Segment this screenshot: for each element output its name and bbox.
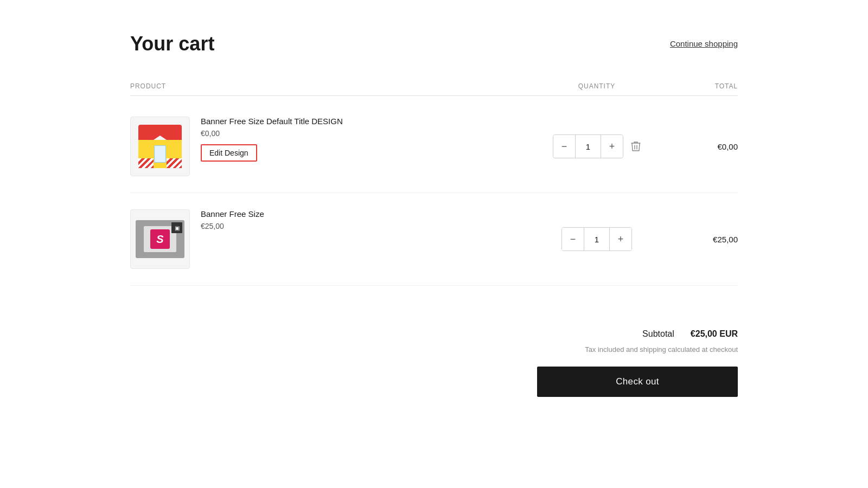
header-quantity: QUANTITY [542,82,651,90]
item-1-product: Banner Free Size Default Title DESIGN €0… [130,117,542,176]
item-2-quantity-cell: − + [542,227,651,251]
item-2-decrease-btn[interactable]: − [562,228,584,251]
store-top [138,125,182,140]
item-1-img-graphic [138,125,182,168]
continue-shopping-link[interactable]: Continue shopping [670,39,738,48]
item-1-name: Banner Free Size Default Title DESIGN [201,117,542,126]
s-letter: S [150,229,170,249]
store-body [138,140,182,168]
item-1-increase-btn[interactable]: + [601,135,623,158]
cart-summary: Subtotal €25,00 EUR Tax included and shi… [130,318,738,397]
subtotal-row: Subtotal €25,00 EUR [642,329,738,339]
tax-note: Tax included and shipping calculated at … [585,345,738,354]
cart-item-1: Banner Free Size Default Title DESIGN €0… [130,100,738,193]
store-awning-right [167,158,182,168]
corner-tab: ▣ [171,222,182,233]
store-door [154,145,166,163]
item-1-delete-btn[interactable] [631,141,641,152]
item-2-increase-btn[interactable]: + [610,228,631,251]
item-2-img-graphic: S ▣ [136,220,184,258]
page-title: Your cart [130,33,214,55]
item-1-details: Banner Free Size Default Title DESIGN €0… [201,117,542,162]
header-total: TOTAL [651,82,738,90]
item-1-decrease-btn[interactable]: − [553,135,575,158]
item-2-total: €25,00 [651,235,738,244]
trash-icon [631,141,641,152]
item-2-image: S ▣ [130,209,190,269]
item-2-name: Banner Free Size [201,209,542,219]
item-2-qty-wrapper: − + [561,227,632,251]
store-awning-left [138,158,154,168]
item-1-price: €0,00 [201,129,542,138]
item-2-product: S ▣ Banner Free Size €25,00 [130,209,542,269]
edit-design-button-1[interactable]: Edit Design [201,144,257,162]
subtotal-value: €25,00 EUR [691,329,738,339]
item-2-price: €25,00 [201,222,542,230]
header-product: PRODUCT [130,82,542,90]
item-1-qty-input[interactable] [575,135,601,158]
item-2-qty-input[interactable] [584,228,610,251]
cart-item-2: S ▣ Banner Free Size €25,00 − + €25,00 [130,193,738,286]
item-2-details: Banner Free Size €25,00 [201,209,542,237]
item-1-total: €0,00 [651,142,738,151]
item-1-image [130,117,190,176]
page-header: Your cart Continue shopping [130,33,738,55]
item-1-qty-wrapper: − + [553,134,623,158]
subtotal-label: Subtotal [642,329,674,339]
cart-table-header: PRODUCT QUANTITY TOTAL [130,77,738,96]
item-1-quantity-cell: − + [542,134,651,158]
checkout-button[interactable]: Check out [537,367,738,397]
